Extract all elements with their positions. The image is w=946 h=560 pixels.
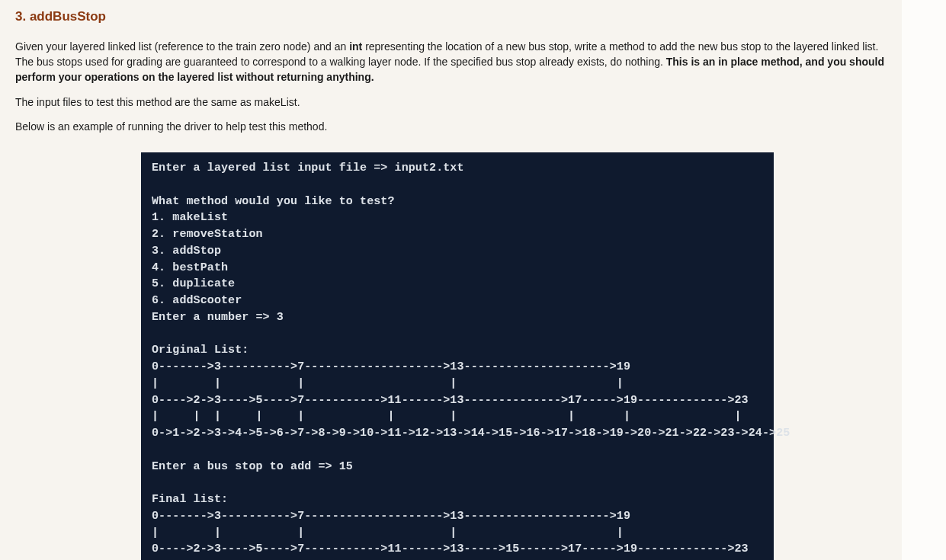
right-gutter	[902, 0, 946, 560]
document-content: 3. addBusStop Given your layered linked …	[15, 8, 900, 560]
intro-text-1: Given your layered linked list (referenc…	[15, 40, 349, 53]
section-heading: 3. addBusStop	[15, 8, 900, 27]
intro-bold-int: int	[349, 40, 362, 53]
example-note: Below is an example of running the drive…	[15, 119, 900, 134]
input-files-note: The input files to test this method are …	[15, 94, 900, 110]
terminal-wrap: Enter a layered list input file => input…	[15, 152, 900, 560]
terminal-output: Enter a layered list input file => input…	[141, 152, 774, 560]
intro-paragraph: Given your layered linked list (referenc…	[15, 39, 884, 85]
